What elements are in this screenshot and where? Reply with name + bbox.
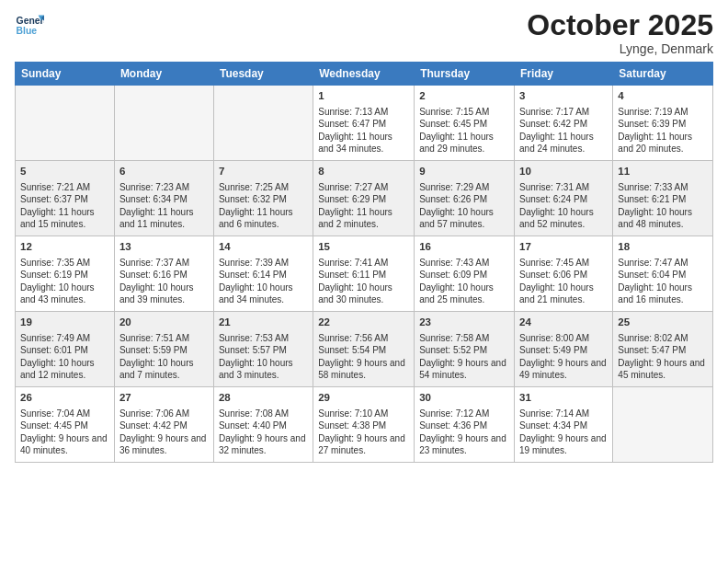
day-number: 11 [618, 165, 708, 179]
day-info: Sunset: 6:09 PM [419, 269, 509, 282]
day-info: Sunrise: 7:33 AM [618, 181, 708, 194]
day-info: Sunset: 6:29 PM [318, 193, 409, 206]
day-info: Sunrise: 7:49 AM [20, 332, 109, 345]
calendar-week-3: 12Sunrise: 7:35 AMSunset: 6:19 PMDayligh… [16, 236, 713, 312]
calendar-day: 14Sunrise: 7:39 AMSunset: 6:14 PMDayligh… [213, 236, 313, 312]
calendar-day: 23Sunrise: 7:58 AMSunset: 5:52 PMDayligh… [415, 312, 515, 387]
day-info: Sunset: 5:57 PM [219, 344, 308, 357]
day-info: Sunset: 4:40 PM [219, 419, 308, 432]
calendar-day [16, 86, 115, 161]
calendar-day: 5Sunrise: 7:21 AMSunset: 6:37 PMDaylight… [16, 161, 115, 236]
calendar-table: Sunday Monday Tuesday Wednesday Thursday… [15, 62, 713, 463]
day-info: Sunset: 6:11 PM [318, 269, 409, 282]
day-info: Daylight: 9 hours and 23 minutes. [419, 432, 509, 457]
day-info: Sunrise: 7:23 AM [119, 181, 209, 194]
day-number: 13 [119, 240, 209, 255]
day-number: 20 [119, 316, 209, 330]
day-info: Daylight: 10 hours and 30 minutes. [318, 282, 409, 306]
col-saturday: Saturday [613, 63, 713, 86]
calendar-day: 19Sunrise: 7:49 AMSunset: 6:01 PMDayligh… [16, 312, 115, 387]
col-monday: Monday [114, 63, 213, 86]
day-info: Sunset: 6:19 PM [20, 269, 109, 282]
day-info: Daylight: 9 hours and 49 minutes. [519, 357, 608, 382]
day-info: Daylight: 11 hours and 34 minutes. [318, 131, 409, 155]
calendar-day: 28Sunrise: 7:08 AMSunset: 4:40 PMDayligh… [213, 387, 313, 463]
day-number: 12 [20, 240, 109, 255]
logo: General Blue [15, 9, 44, 39]
page: General Blue October 2025 Lynge, Denmark… [0, 0, 728, 563]
day-info: Sunset: 6:24 PM [519, 193, 608, 206]
calendar-week-2: 5Sunrise: 7:21 AMSunset: 6:37 PMDaylight… [16, 161, 713, 236]
day-info: Sunset: 6:42 PM [519, 118, 608, 131]
month-title: October 2025 [527, 9, 713, 41]
day-number: 14 [219, 240, 308, 255]
calendar-day [114, 86, 213, 161]
day-info: Sunrise: 8:02 AM [618, 332, 708, 345]
day-info: Sunrise: 7:19 AM [618, 106, 708, 119]
day-info: Sunrise: 7:37 AM [119, 257, 209, 270]
calendar-day: 26Sunrise: 7:04 AMSunset: 4:45 PMDayligh… [16, 387, 115, 463]
day-info: Sunrise: 7:13 AM [318, 106, 409, 119]
day-number: 1 [318, 89, 409, 104]
day-info: Daylight: 10 hours and 16 minutes. [618, 282, 708, 306]
day-info: Sunrise: 7:08 AM [219, 408, 308, 420]
day-number: 19 [20, 316, 109, 330]
day-info: Sunrise: 7:14 AM [519, 408, 608, 420]
day-number: 27 [119, 391, 209, 406]
day-info: Daylight: 9 hours and 45 minutes. [618, 357, 708, 382]
day-number: 5 [20, 165, 109, 179]
day-info: Sunset: 6:16 PM [119, 269, 209, 282]
day-info: Daylight: 9 hours and 32 minutes. [219, 432, 308, 457]
day-info: Sunset: 6:04 PM [618, 269, 708, 282]
day-info: Sunset: 5:47 PM [618, 344, 708, 357]
calendar-day: 1Sunrise: 7:13 AMSunset: 6:47 PMDaylight… [313, 86, 415, 161]
day-info: Daylight: 10 hours and 39 minutes. [119, 282, 209, 306]
day-info: Sunrise: 7:45 AM [519, 257, 608, 270]
day-info: Sunrise: 7:56 AM [318, 332, 409, 345]
day-info: Daylight: 11 hours and 2 minutes. [318, 206, 409, 231]
day-number: 17 [519, 240, 608, 255]
col-tuesday: Tuesday [213, 63, 313, 86]
day-info: Sunrise: 7:21 AM [20, 181, 109, 194]
calendar-day: 4Sunrise: 7:19 AMSunset: 6:39 PMDaylight… [613, 86, 713, 161]
day-number: 2 [419, 89, 509, 104]
day-info: Sunset: 6:34 PM [119, 193, 209, 206]
calendar-day: 13Sunrise: 7:37 AMSunset: 6:16 PMDayligh… [114, 236, 213, 312]
day-info: Daylight: 10 hours and 21 minutes. [519, 282, 608, 306]
calendar-day: 11Sunrise: 7:33 AMSunset: 6:21 PMDayligh… [613, 161, 713, 236]
day-info: Daylight: 10 hours and 48 minutes. [618, 206, 708, 231]
day-number: 6 [119, 165, 209, 179]
day-number: 8 [318, 165, 409, 179]
day-number: 7 [219, 165, 308, 179]
calendar-day [613, 387, 713, 463]
calendar-day: 17Sunrise: 7:45 AMSunset: 6:06 PMDayligh… [515, 236, 613, 312]
calendar-day: 2Sunrise: 7:15 AMSunset: 6:45 PMDaylight… [415, 86, 515, 161]
day-number: 15 [318, 240, 409, 255]
day-info: Sunrise: 7:53 AM [219, 332, 308, 345]
day-info: Sunset: 6:32 PM [219, 193, 308, 206]
day-info: Sunset: 4:42 PM [119, 419, 209, 432]
calendar-day: 3Sunrise: 7:17 AMSunset: 6:42 PMDaylight… [515, 86, 613, 161]
day-info: Daylight: 9 hours and 27 minutes. [318, 432, 409, 457]
calendar-day: 18Sunrise: 7:47 AMSunset: 6:04 PMDayligh… [613, 236, 713, 312]
day-info: Daylight: 11 hours and 11 minutes. [119, 206, 209, 231]
day-info: Sunset: 5:59 PM [119, 344, 209, 357]
calendar-day: 22Sunrise: 7:56 AMSunset: 5:54 PMDayligh… [313, 312, 415, 387]
calendar-day: 20Sunrise: 7:51 AMSunset: 5:59 PMDayligh… [114, 312, 213, 387]
day-info: Sunset: 4:34 PM [519, 419, 608, 432]
day-info: Sunset: 4:38 PM [318, 419, 409, 432]
col-friday: Friday [515, 63, 613, 86]
calendar-day: 16Sunrise: 7:43 AMSunset: 6:09 PMDayligh… [415, 236, 515, 312]
day-info: Sunset: 6:01 PM [20, 344, 109, 357]
calendar-week-4: 19Sunrise: 7:49 AMSunset: 6:01 PMDayligh… [16, 312, 713, 387]
day-info: Sunset: 6:06 PM [519, 269, 608, 282]
calendar-day [213, 86, 313, 161]
day-info: Daylight: 11 hours and 6 minutes. [219, 206, 308, 231]
day-info: Daylight: 10 hours and 52 minutes. [519, 206, 608, 231]
day-info: Sunset: 6:26 PM [419, 193, 509, 206]
day-info: Daylight: 9 hours and 54 minutes. [419, 357, 509, 382]
day-info: Sunrise: 7:15 AM [419, 106, 509, 119]
col-wednesday: Wednesday [313, 63, 415, 86]
day-info: Sunrise: 7:41 AM [318, 257, 409, 270]
calendar-day: 29Sunrise: 7:10 AMSunset: 4:38 PMDayligh… [313, 387, 415, 463]
